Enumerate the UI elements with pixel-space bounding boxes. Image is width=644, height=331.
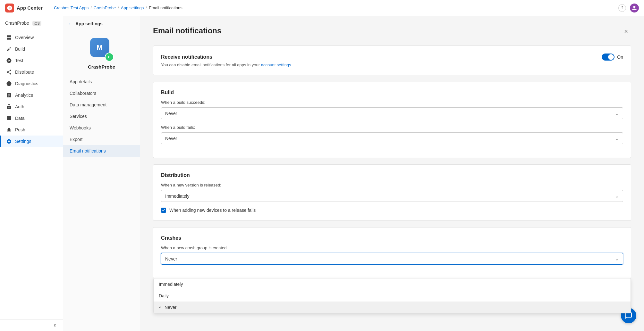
sidebar-item-auth[interactable]: Auth [0, 101, 63, 112]
app-icon-badge: C [105, 53, 114, 62]
sidebar-collapse-button[interactable] [0, 319, 63, 331]
notifications-header: Receive notifications On [161, 54, 623, 61]
sidebar-app-name: CrashProbe [5, 21, 29, 26]
notifications-desc: You can disable email notifications for … [161, 62, 623, 67]
account-settings-link[interactable]: account settings [261, 62, 291, 67]
distribution-section-card: Distribution When a new version is relea… [153, 164, 631, 221]
settings-nav-services[interactable]: Services [63, 111, 140, 122]
settings-nav-email-notifications[interactable]: Email notifications [63, 145, 140, 157]
settings-back-label: App settings [75, 21, 103, 26]
left-sidebar: CrashProbe iOS Overview Build Test [0, 16, 63, 331]
receive-notifications-card: Receive notifications On You can disable… [153, 46, 631, 75]
overview-icon [6, 35, 12, 40]
settings-nav-data-management[interactable]: Data management [63, 99, 140, 111]
crash-option-never[interactable]: ✓ Never [154, 302, 631, 313]
sidebar-item-data[interactable]: Data [0, 112, 63, 124]
sidebar-label-push: Push [15, 127, 25, 132]
sidebar-label-analytics: Analytics [15, 93, 33, 98]
settings-app-preview: M C CrashProbe [63, 31, 140, 76]
breadcrumb: Crashes Test Apps / CrashProbe / App set… [54, 5, 614, 10]
build-succeeds-value: Never [165, 111, 177, 116]
sidebar-label-distribute: Distribute [15, 70, 34, 75]
distribution-section-title: Distribution [161, 172, 623, 178]
logo-icon [5, 4, 14, 12]
breadcrumb-sep-1: / [90, 5, 92, 10]
crash-dropdown-menu: Immediately Daily ✓ Never [153, 278, 631, 313]
add-devices-checkbox-row[interactable]: When adding new devices to a release fai… [161, 208, 623, 213]
settings-nav-webhooks[interactable]: Webhooks [63, 122, 140, 134]
chevron-down-icon-3: ⌄ [615, 193, 619, 199]
diagnostics-icon [6, 81, 12, 87]
test-icon [6, 58, 12, 63]
crash-option-daily[interactable]: Daily [154, 290, 631, 302]
settings-sidebar: ← App settings M C CrashProbe App detail… [63, 16, 140, 331]
help-button[interactable]: ? [618, 4, 626, 12]
sidebar-item-analytics[interactable]: Analytics [0, 89, 63, 101]
new-crash-value: Never [165, 256, 177, 261]
main-content: Email notifications × Receive notificati… [140, 16, 644, 331]
new-version-dropdown[interactable]: Immediately ⌄ [161, 190, 623, 202]
app-icon-container: M C [90, 38, 113, 61]
distribute-icon [6, 69, 12, 75]
settings-nav-collaborators[interactable]: Collaborators [63, 87, 140, 99]
sidebar-item-distribute[interactable]: Distribute [0, 66, 63, 78]
close-button[interactable]: × [621, 26, 631, 37]
add-devices-checkbox[interactable] [161, 208, 166, 213]
new-version-field: When a new version is released: Immediat… [161, 183, 623, 202]
check-icon: ✓ [159, 305, 162, 310]
analytics-icon [6, 92, 12, 98]
avatar[interactable] [630, 4, 639, 12]
back-icon: ← [68, 21, 73, 26]
build-fails-label: When a build fails: [161, 125, 623, 130]
data-icon [6, 115, 12, 121]
app-name: App Center [17, 5, 43, 11]
settings-nav-app-details[interactable]: App details [63, 76, 140, 87]
sidebar-item-build[interactable]: Build [0, 43, 63, 55]
build-section-card: Build When a build succeeds: Never ⌄ Whe… [153, 82, 631, 158]
crash-option-daily-label: Daily [159, 293, 169, 298]
svg-rect-1 [7, 35, 9, 37]
page-title: Email notifications [153, 26, 221, 35]
new-version-label: When a new version is released: [161, 183, 623, 187]
notifications-toggle[interactable] [602, 54, 614, 61]
settings-icon [6, 138, 12, 144]
toggle-group: On [602, 54, 623, 61]
sidebar-item-diagnostics[interactable]: Diagnostics [0, 78, 63, 89]
notifications-title: Receive notifications [161, 54, 212, 60]
sidebar-item-overview[interactable]: Overview [0, 32, 63, 43]
breadcrumb-item-2[interactable]: CrashProbe [94, 5, 116, 10]
sidebar-label-auth: Auth [15, 104, 24, 109]
crash-option-immediately[interactable]: Immediately [154, 278, 631, 290]
new-crash-label: When a new crash group is created [161, 245, 623, 250]
build-succeeds-field: When a build succeeds: Never ⌄ [161, 100, 623, 119]
sidebar-app-info: CrashProbe iOS [0, 16, 63, 29]
sidebar-item-push[interactable]: Push [0, 124, 63, 136]
sidebar-nav: Overview Build Test Distribute [0, 29, 63, 319]
settings-nav-export[interactable]: Export [63, 134, 140, 145]
build-fails-value: Never [165, 136, 177, 141]
main-layout: CrashProbe iOS Overview Build Test [0, 16, 644, 331]
build-fails-dropdown[interactable]: Never ⌄ [161, 132, 623, 144]
settings-back-button[interactable]: ← App settings [63, 16, 140, 31]
breadcrumb-item-3[interactable]: App settings [121, 5, 144, 10]
chevron-down-icon: ⌄ [615, 110, 619, 116]
new-crash-dropdown[interactable]: Never ⌄ [161, 253, 623, 265]
svg-rect-4 [9, 38, 11, 40]
build-icon [6, 46, 12, 52]
sidebar-label-settings: Settings [15, 139, 31, 144]
build-succeeds-dropdown[interactable]: Never ⌄ [161, 107, 623, 119]
breadcrumb-item-1[interactable]: Crashes Test Apps [54, 5, 89, 10]
app-logo[interactable]: App Center [5, 4, 50, 12]
sidebar-label-build: Build [15, 46, 25, 52]
sidebar-item-test[interactable]: Test [0, 55, 63, 66]
crash-option-immediately-label: Immediately [159, 282, 183, 287]
topbar: App Center Crashes Test Apps / CrashProb… [0, 0, 644, 16]
content-header: Email notifications × [153, 26, 631, 37]
sidebar-item-settings[interactable]: Settings [0, 136, 63, 147]
new-version-value: Immediately [165, 194, 189, 199]
build-fails-field: When a build fails: Never ⌄ [161, 125, 623, 144]
breadcrumb-current: Email notifications [149, 5, 182, 10]
sidebar-label-diagnostics: Diagnostics [15, 81, 38, 86]
svg-rect-3 [7, 38, 9, 40]
toggle-knob [608, 54, 614, 60]
